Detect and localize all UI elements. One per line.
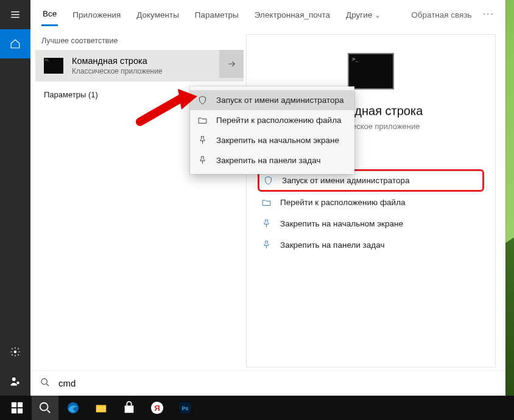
tab-all[interactable]: Все (41, 2, 58, 26)
folder-location-icon (261, 197, 272, 208)
start-search-panel: Все Приложения Документы Параметры Элект… (0, 0, 505, 396)
svg-point-2 (16, 382, 19, 385)
search-bar (30, 370, 505, 396)
detail-card: Командная строка Классическое приложение… (246, 34, 496, 368)
detail-thumbnail-icon (348, 53, 394, 89)
taskbar-explorer[interactable] (88, 396, 114, 420)
svg-rect-7 (18, 402, 23, 407)
pin-start-icon (261, 219, 272, 229)
tab-documents[interactable]: Документы (135, 3, 180, 26)
taskbar-search-button[interactable] (32, 396, 58, 420)
start-button[interactable] (4, 396, 30, 420)
taskbar-store[interactable] (116, 396, 143, 420)
action-label: Закрепить на панели задач (280, 240, 384, 250)
tab-other[interactable]: Другие (345, 3, 382, 26)
feedback-link[interactable]: Обратная связь (410, 3, 473, 26)
ctx-label: Закрепить на панели задач (216, 156, 320, 165)
taskbar: Я Ps (0, 396, 514, 420)
search-tabs: Все Приложения Документы Параметры Элект… (30, 0, 505, 28)
ctx-label: Закрепить на начальном экране (216, 136, 339, 145)
ctx-label: Перейти к расположению файла (216, 116, 342, 125)
detail-column: Командная строка Классическое приложение… (244, 28, 505, 396)
action-label: Закрепить на начальном экране (280, 219, 403, 228)
tab-settings[interactable]: Параметры (194, 3, 240, 26)
arrow-right-icon (226, 58, 237, 69)
action-pin-start[interactable]: Закрепить на начальном экране (258, 213, 484, 234)
svg-rect-6 (12, 402, 16, 407)
svg-text:Ps: Ps (181, 405, 188, 411)
svg-point-1 (12, 377, 16, 381)
shield-admin-icon (197, 95, 208, 105)
tab-email[interactable]: Электронная_почта (253, 3, 331, 26)
more-options-button[interactable]: ··· (483, 9, 495, 19)
folder-location-icon (197, 115, 208, 125)
taskbar-photoshop[interactable]: Ps (172, 396, 199, 420)
ctx-run-as-admin[interactable]: Запуск от имени администратора (190, 90, 354, 110)
svg-point-0 (14, 351, 17, 354)
svg-rect-8 (12, 408, 16, 413)
result-subtitle: Классическое приложение (72, 67, 236, 75)
action-label: Перейти к расположению файла (280, 198, 406, 207)
search-main: Все Приложения Документы Параметры Элект… (30, 0, 505, 396)
svg-text:Я: Я (154, 404, 160, 413)
ctx-label: Запуск от имени администратора (216, 96, 344, 105)
result-title: Командная строка (72, 56, 236, 66)
svg-point-10 (40, 403, 48, 411)
tab-apps[interactable]: Приложения (71, 3, 122, 26)
pin-start-icon (197, 135, 208, 145)
shield-admin-icon (263, 175, 273, 186)
action-label: Запуск от имени администратора (282, 176, 410, 185)
search-icon (40, 377, 50, 390)
context-menu: Запуск от имени администратора Перейти к… (190, 86, 354, 174)
settings-gear-button[interactable] (0, 337, 30, 366)
result-command-prompt[interactable]: C:\_ Командная строка Классическое прило… (35, 50, 244, 82)
taskbar-yandex[interactable]: Я (144, 396, 171, 420)
pin-taskbar-icon (197, 155, 208, 166)
action-goto-location[interactable]: Перейти к расположению файла (258, 192, 484, 213)
expand-result-button[interactable] (219, 50, 244, 78)
svg-rect-9 (18, 408, 23, 413)
ctx-pin-taskbar[interactable]: Закрепить на панели задач (190, 150, 354, 170)
ctx-pin-start[interactable]: Закрепить на начальном экране (190, 130, 354, 150)
cmd-thumbnail-icon: C:\_ (44, 58, 63, 74)
ctx-goto-location[interactable]: Перейти к расположению файла (190, 110, 354, 130)
results-column: Лучшее соответствие C:\_ Командная строк… (30, 28, 244, 396)
hamburger-button[interactable] (0, 0, 30, 29)
best-match-label: Лучшее соответствие (35, 33, 244, 50)
search-input[interactable] (58, 378, 496, 388)
pin-taskbar-icon (261, 240, 272, 250)
search-content: Лучшее соответствие C:\_ Командная строк… (30, 28, 505, 396)
svg-point-4 (41, 379, 47, 384)
taskbar-edge[interactable] (60, 396, 86, 420)
home-button[interactable] (0, 29, 30, 58)
start-sidebar (0, 0, 30, 396)
action-pin-taskbar[interactable]: Закрепить на панели задач (258, 234, 484, 256)
svg-rect-13 (125, 405, 134, 413)
account-button[interactable] (0, 366, 30, 396)
